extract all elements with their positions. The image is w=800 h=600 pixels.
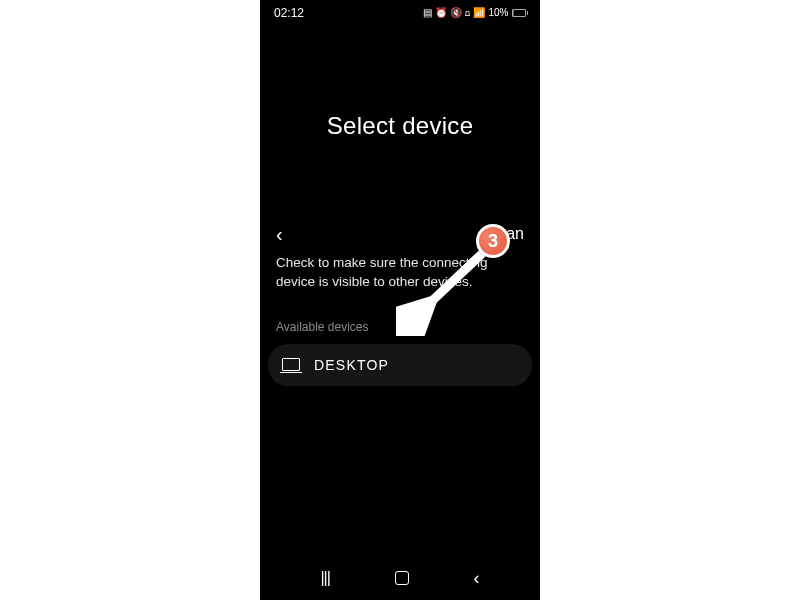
status-bar: 02:12 ▤ ⏰ 🔇 ⩍ 📶 10% — [260, 0, 540, 22]
battery-pct: 10% — [488, 8, 508, 18]
mute-icon: 🔇 — [450, 8, 462, 18]
signal-icon: 📶 — [473, 8, 485, 18]
clock: 02:12 — [274, 6, 304, 20]
alarm-icon: ⏰ — [435, 8, 447, 18]
home-button[interactable] — [395, 571, 409, 585]
back-button[interactable]: ‹ — [276, 224, 283, 244]
available-devices-label: Available devices — [260, 320, 540, 334]
scan-button[interactable]: Scan — [488, 225, 524, 243]
instruction-text: Check to make sure the connecting device… — [260, 250, 540, 292]
recents-button[interactable]: ||| — [320, 569, 329, 587]
status-icons: ▤ ⏰ 🔇 ⩍ 📶 10% — [423, 8, 528, 18]
android-nav-bar: ||| ‹ — [260, 556, 540, 600]
back-nav-button[interactable]: ‹ — [474, 568, 480, 589]
phone-frame: 02:12 ▤ ⏰ 🔇 ⩍ 📶 10% Select device ‹ Scan… — [260, 0, 540, 600]
device-list-item[interactable]: DESKTOP — [268, 344, 532, 386]
battery-icon — [512, 9, 529, 17]
subheader: ‹ Scan — [260, 224, 540, 244]
device-name: DESKTOP — [314, 357, 389, 373]
desktop-icon — [282, 358, 300, 371]
nfc-icon: ▤ — [423, 8, 432, 18]
wifi-icon: ⩍ — [465, 8, 470, 18]
page-title: Select device — [260, 112, 540, 140]
